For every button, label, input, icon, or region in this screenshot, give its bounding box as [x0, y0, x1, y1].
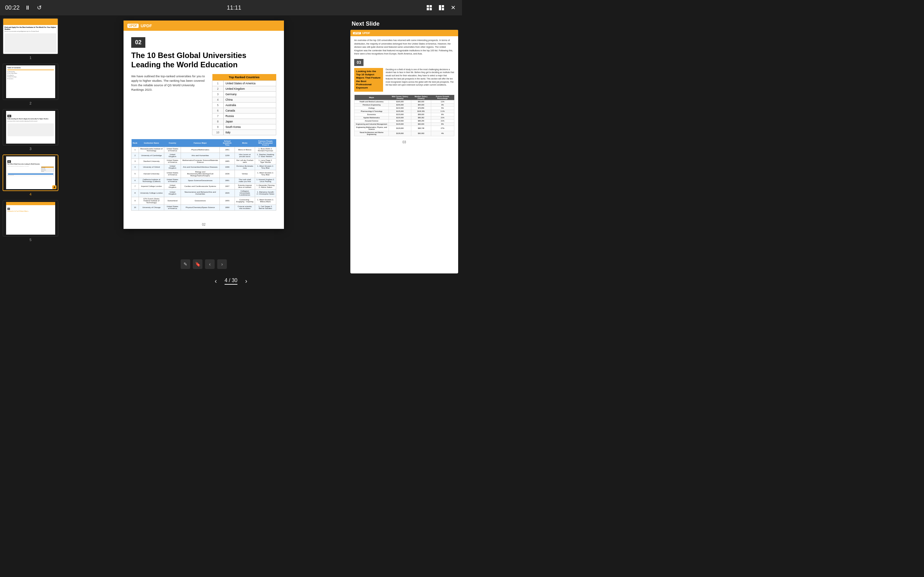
country-cell: Canada	[223, 108, 276, 113]
ns-table-cell: $165,000	[389, 100, 411, 103]
country-cell: United Kingdom	[223, 86, 276, 91]
table-cell: 10	[132, 205, 139, 210]
slide-thumbnail-5[interactable]: 03 Looking Into the Top 10 Subject Major…	[3, 200, 58, 243]
column-header: Motto	[235, 139, 255, 147]
table-row: 10University of ChicagoUnited States of …	[132, 205, 276, 210]
table-row: 9ETH Zurich (Swiss Federal Institute of …	[132, 197, 276, 205]
table-cell: 2	[132, 153, 139, 158]
table-cell: Physics/Chemistry/Space Science	[181, 205, 220, 210]
ns-table-cell: $88,255	[411, 119, 431, 122]
table-cell: United Kingdom	[164, 153, 181, 158]
slide-thumbnail-4[interactable]: 02 The 10 Best Global Universities Leadi…	[3, 155, 58, 197]
slide-header-bar: UPDF UPDF	[124, 21, 284, 31]
ns-column-header: Future Growth Percentage	[431, 95, 454, 100]
table-cell: 1. Albert Einstein 2. Tony Blair	[255, 170, 276, 177]
table-cell: 1. Albert Einstein 2. Mileva Maric	[255, 197, 276, 205]
ns-table-cell: $98,748	[411, 126, 431, 131]
next-slide-panel: Next Slide UPDF UPDF An overview of the …	[347, 15, 462, 274]
list-item: Actuarial Science$129,500$88,25521%	[355, 119, 454, 122]
country-cell: South Korea	[223, 124, 276, 129]
table-cell: California Institute of Technology (Calt…	[139, 177, 164, 183]
table-cell: Arts and Humanities/Infectious Diseases	[181, 164, 220, 170]
ranked-table-header: Top Ranked Countries	[212, 74, 276, 81]
table-cell: 1096	[220, 164, 235, 170]
table-cell: University of Cambridge	[139, 153, 164, 158]
ns-body-text: An overview of the top 100 universities …	[354, 39, 454, 56]
prev-page-button[interactable]: ‹	[212, 276, 220, 286]
slide-toolbar: ✎ 🔖 ‹ ›	[179, 258, 229, 271]
ns-table-cell: $76,856	[411, 106, 431, 110]
ns-table-cell: Pharmacology & Toxicology	[355, 110, 389, 113]
svg-rect-6	[442, 8, 444, 10]
table-cell: 4	[132, 164, 139, 170]
ns-table-cell: $130,000	[389, 116, 411, 119]
rank-cell: 9	[212, 124, 224, 129]
pause-button[interactable]: ⏸	[23, 3, 32, 13]
slide-thumbnail-3[interactable]: 01 Understanding the Need to Apply Inter…	[3, 109, 58, 152]
table-cell: ETH Zurich (Swiss Federal Institute of T…	[139, 197, 164, 205]
column-header: Rank	[132, 139, 139, 147]
slide-number-4: 4	[3, 191, 58, 197]
svg-rect-2	[427, 8, 429, 10]
list-item: Engineering Mathematics, Physics, and Sc…	[355, 126, 454, 131]
table-cell: Mens et Manus	[235, 147, 255, 153]
layout-button[interactable]	[437, 3, 446, 12]
table-row: 8University College LondonUnited Kingdom…	[132, 189, 276, 197]
edit-button[interactable]: ✎	[181, 259, 190, 269]
table-row: 6California Institute of Technology (Cal…	[132, 177, 276, 183]
slide-number-5: 5	[3, 237, 58, 243]
table-cell: University College London	[139, 189, 164, 197]
slide-thumbnail-2[interactable]: Table of Contents 01 Understanding... 02…	[3, 63, 58, 106]
table-cell: United States of America	[164, 170, 181, 177]
svg-rect-4	[439, 5, 441, 10]
table-row: 6Canada	[212, 108, 276, 113]
ranked-countries-table: Top Ranked Countries 1United States of A…	[212, 74, 276, 135]
ns-updf-logo: UPDF	[353, 32, 361, 34]
country-cell: Japan	[223, 119, 276, 124]
table-cell: United Kingdom	[164, 164, 181, 170]
bookmark-button[interactable]: 🔖	[193, 259, 202, 269]
next-slide-label: Next Slide	[347, 15, 462, 30]
list-item: Petroleum Engineering$156,000$84,0003%	[355, 103, 454, 106]
table-cell: Mathematics/Computer Science/Materials S…	[181, 158, 220, 164]
table-cell: 3	[132, 158, 139, 164]
ns-table-cell: $129,000	[389, 122, 411, 126]
table-cell: Physics/Mathematics	[181, 147, 220, 153]
close-button[interactable]: ✕	[449, 3, 457, 13]
table-cell: 1885	[220, 158, 235, 164]
total-time: 11:11	[227, 5, 241, 11]
next-page-button[interactable]: ›	[242, 276, 250, 286]
current-slide: UPDF UPDF 02 The 10 Best Global Universi…	[124, 21, 284, 229]
ns-table-cell: 6%	[431, 113, 454, 116]
rank-cell: 10	[212, 129, 224, 135]
ranked-countries-section: Top Ranked Countries 1United States of A…	[212, 74, 276, 135]
ns-table-cell: Naval Architecture and Marine Engineerin…	[355, 131, 389, 136]
slide-number-1: 1	[3, 55, 58, 61]
slide-content: We have outlined the top-ranked universi…	[131, 74, 276, 135]
table-row: 2United Kingdom	[212, 86, 276, 91]
ns-table-cell: 3.1%	[431, 110, 454, 113]
country-cell: Russia	[223, 113, 276, 119]
next-slide-button[interactable]: ›	[217, 259, 227, 269]
ns-table-cell: 27%	[431, 126, 454, 131]
next-slide-preview: UPDF UPDF An overview of the top 100 uni…	[351, 30, 458, 274]
ns-table-cell: Petroleum Engineering	[355, 103, 389, 106]
rank-cell: 1	[212, 81, 224, 86]
active-page-badge: 4	[52, 185, 57, 189]
ns-section-text: Deciding on a field of study is one of t…	[386, 68, 454, 92]
slide-thumbnail-1[interactable]: Find and Apply For the Best Institutes I…	[3, 18, 58, 61]
refresh-button[interactable]: ↺	[36, 3, 43, 13]
rank-cell: 6	[212, 108, 224, 113]
main-layout: Find and Apply For the Best Institutes I…	[0, 15, 462, 274]
table-row: 3Stanford UniversityUnited States of Ame…	[132, 158, 276, 164]
rank-cell: 4	[212, 97, 224, 102]
ns-table-cell: Engineering Mathematics, Physics, and Sc…	[355, 126, 389, 131]
prev-slide-button[interactable]: ‹	[205, 259, 215, 269]
table-cell: 1. Carl Sagan 2. Bernie Sanders	[255, 205, 276, 210]
table-cell: 1. Albert Einstein 2. Tony Blair	[255, 164, 276, 170]
ns-table-cell: 11%	[431, 100, 454, 103]
slide-body-text: We have outlined the top-ranked universi…	[131, 74, 207, 135]
table-cell: University of Chicago	[139, 205, 164, 210]
table-row: 5Australia	[212, 102, 276, 108]
grid-view-button[interactable]	[425, 3, 433, 12]
